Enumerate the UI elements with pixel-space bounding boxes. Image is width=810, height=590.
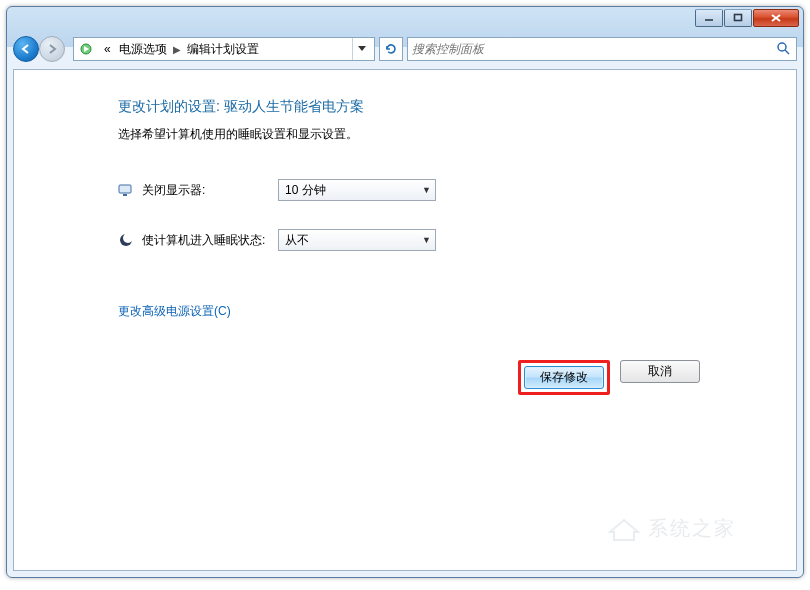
search-icon[interactable] <box>776 41 792 57</box>
search-input[interactable] <box>412 42 776 56</box>
moon-icon <box>118 232 134 248</box>
monitor-icon <box>118 182 134 198</box>
highlight-box: 保存修改 <box>518 360 610 395</box>
setting-row-sleep: 使计算机进入睡眠状态: 从不 ▼ <box>118 229 716 251</box>
chevron-down-icon: ▼ <box>422 235 431 245</box>
page-title: 更改计划的设置: 驱动人生节能省电方案 <box>118 98 716 116</box>
nav-buttons <box>13 35 69 63</box>
watermark: 系统之家 <box>606 514 736 542</box>
sleep-dropdown[interactable]: 从不 ▼ <box>278 229 436 251</box>
minimize-button[interactable] <box>695 9 723 27</box>
advanced-power-settings-link[interactable]: 更改高级电源设置(C) <box>118 303 231 320</box>
svg-rect-7 <box>119 185 131 193</box>
watermark-logo-icon <box>606 514 642 542</box>
display-off-label: 关闭显示器: <box>142 182 278 199</box>
arrow-left-icon <box>19 42 33 56</box>
minimize-icon <box>704 13 714 23</box>
svg-point-5 <box>778 43 786 51</box>
power-plan-icon <box>78 41 94 57</box>
maximize-icon <box>733 13 743 23</box>
action-buttons: 保存修改 取消 <box>118 360 716 395</box>
chevron-right-icon[interactable]: ▶ <box>171 44 183 55</box>
back-button[interactable] <box>13 36 39 62</box>
history-dropdown-button[interactable] <box>352 38 370 60</box>
chevron-down-icon <box>358 46 366 52</box>
address-bar[interactable]: « 电源选项 ▶ 编辑计划设置 <box>73 37 375 61</box>
breadcrumb-item[interactable]: 电源选项 <box>115 41 171 58</box>
breadcrumb-item[interactable]: 编辑计划设置 <box>183 41 263 58</box>
maximize-button[interactable] <box>724 9 752 27</box>
refresh-button[interactable] <box>379 37 403 61</box>
sleep-label: 使计算机进入睡眠状态: <box>142 232 278 249</box>
display-off-value: 10 分钟 <box>285 182 326 199</box>
svg-rect-1 <box>735 15 742 21</box>
titlebar <box>7 7 803 33</box>
page-subtitle: 选择希望计算机使用的睡眠设置和显示设置。 <box>118 126 716 143</box>
svg-line-6 <box>785 50 789 54</box>
cancel-button[interactable]: 取消 <box>620 360 700 383</box>
window-frame: « 电源选项 ▶ 编辑计划设置 更改计划的设置: 驱动人生节能省电方案 <box>6 6 804 578</box>
svg-rect-8 <box>123 194 127 196</box>
svg-point-10 <box>123 233 133 243</box>
arrow-right-icon <box>45 42 59 56</box>
content-pane: 更改计划的设置: 驱动人生节能省电方案 选择希望计算机使用的睡眠设置和显示设置。… <box>13 69 797 571</box>
close-icon <box>770 13 782 23</box>
sleep-value: 从不 <box>285 232 309 249</box>
setting-row-display-off: 关闭显示器: 10 分钟 ▼ <box>118 179 716 201</box>
forward-button <box>39 36 65 62</box>
watermark-text: 系统之家 <box>648 515 736 542</box>
navbar: « 电源选项 ▶ 编辑计划设置 <box>7 33 803 65</box>
save-button[interactable]: 保存修改 <box>524 366 604 389</box>
refresh-icon <box>384 42 398 56</box>
search-box[interactable] <box>407 37 797 61</box>
chevron-down-icon: ▼ <box>422 185 431 195</box>
close-button[interactable] <box>753 9 799 27</box>
display-off-dropdown[interactable]: 10 分钟 ▼ <box>278 179 436 201</box>
breadcrumb-prefix: « <box>100 42 115 56</box>
